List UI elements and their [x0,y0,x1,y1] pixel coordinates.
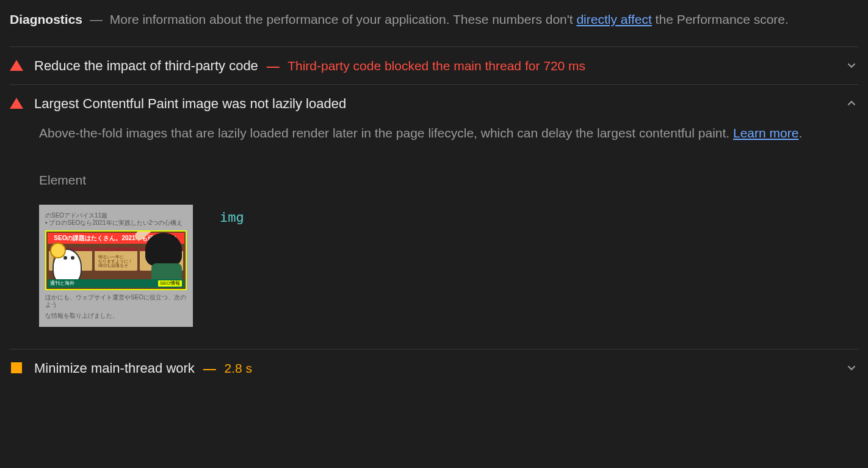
audit-title-wrap: Largest Contentful Paint image was not l… [34,93,346,114]
thumb-after-text: な情報を取り上げました。 [45,312,187,320]
audit-title: Minimize main-thread work [34,360,195,376]
diagnostics-header: Diagnostics — More information about the… [10,10,858,29]
chevron-down-icon [845,361,858,375]
section-title: Diagnostics [10,12,82,26]
audit-header[interactable]: Reduce the impact of third-party code — … [10,47,858,84]
average-square-icon [10,361,23,375]
audit-header[interactable]: Largest Contentful Paint image was not l… [10,85,858,122]
dash-separator: — [90,12,103,26]
chevron-up-icon [845,97,858,110]
audit-header[interactable]: Minimize main-thread work — 2.8 s [10,349,858,387]
section-desc-before: More information about the performance o… [110,12,577,26]
element-thumbnail[interactable]: のSEOアドバイス11篇 • プロのSEOなら2021年に実践したい2つの心構え… [39,205,193,327]
thumb-text-line: のSEOアドバイス11篇 [45,212,187,219]
audit-display-text: Third-party code blocked the main thread… [288,59,585,73]
learn-more-link[interactable]: Learn more [733,126,798,140]
audit-main-thread-work: Minimize main-thread work — 2.8 s [10,349,858,387]
fail-triangle-icon [10,97,23,110]
audit-display-text: 2.8 s [225,361,253,375]
audit-lcp-lazy-loaded: Largest Contentful Paint image was not l… [10,85,858,349]
thumb-text-line: • プロのSEOなら2021年に実践したい2つの心構え [45,219,187,227]
audit-separator: — [267,59,280,73]
audit-third-party-code: Reduce the impact of third-party code — … [10,47,858,85]
audit-description: Above-the-fold images that are lazily lo… [39,122,858,144]
audit-separator: — [203,361,216,375]
audit-title-wrap: Reduce the impact of third-party code — … [34,56,585,76]
element-node-tag[interactable]: img [220,205,244,227]
element-row: のSEOアドバイス11篇 • プロのSEOなら2021年に実践したい2つの心構え… [39,205,858,327]
thumb-after-text: ほかにも、ウェブサイト運営やSEOに役立つ、次のよう [45,294,187,309]
fail-triangle-icon [10,59,23,72]
element-column-header: Element [39,170,858,190]
chevron-down-icon [845,59,858,72]
audit-title-wrap: Minimize main-thread work — 2.8 s [34,358,252,378]
thumb-image: SEOの課題はたくさん。2021年も頑張ろう！ 世界 明るい一年になりますように… [45,230,187,290]
section-desc-after: the Performance score. [652,12,789,26]
audit-title: Largest Contentful Paint image was not l… [34,96,346,111]
audit-title: Reduce the impact of third-party code [34,58,258,73]
thumb-caption: 週刊と海外 SEO情報 [48,279,184,288]
audit-list: Reduce the impact of third-party code — … [10,46,858,387]
directly-affect-link[interactable]: directly affect [576,12,651,26]
audit-body: Above-the-fold images that are lazily lo… [10,122,858,349]
